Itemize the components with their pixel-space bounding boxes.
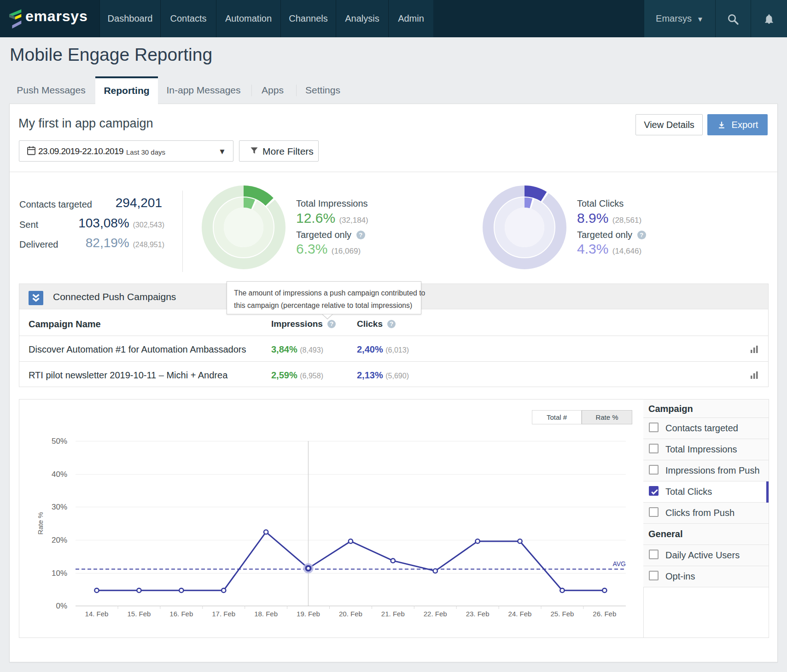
- svg-text:20. Feb: 20. Feb: [339, 610, 362, 618]
- svg-text:0%: 0%: [56, 602, 67, 610]
- svg-text:26. Feb: 26. Feb: [593, 610, 616, 618]
- svg-text:14. Feb: 14. Feb: [85, 610, 109, 618]
- svg-text:24. Feb: 24. Feb: [508, 610, 532, 618]
- svg-text:AVG: AVG: [612, 560, 626, 568]
- svg-text:25. Feb: 25. Feb: [550, 610, 574, 618]
- svg-text:17. Feb: 17. Feb: [212, 610, 235, 618]
- svg-text:50%: 50%: [52, 437, 67, 446]
- svg-text:15. Feb: 15. Feb: [127, 610, 151, 618]
- svg-text:22. Feb: 22. Feb: [424, 610, 447, 618]
- svg-text:19. Feb: 19. Feb: [297, 610, 320, 618]
- svg-text:23. Feb: 23. Feb: [466, 610, 490, 618]
- svg-text:30%: 30%: [52, 503, 67, 511]
- svg-text:21. Feb: 21. Feb: [381, 610, 405, 618]
- svg-text:40%: 40%: [52, 470, 67, 479]
- svg-text:Rate %: Rate %: [36, 512, 44, 534]
- svg-text:10%: 10%: [52, 569, 67, 578]
- svg-text:16. Feb: 16. Feb: [169, 610, 193, 618]
- svg-text:18. Feb: 18. Feb: [254, 610, 278, 618]
- svg-text:20%: 20%: [52, 536, 67, 545]
